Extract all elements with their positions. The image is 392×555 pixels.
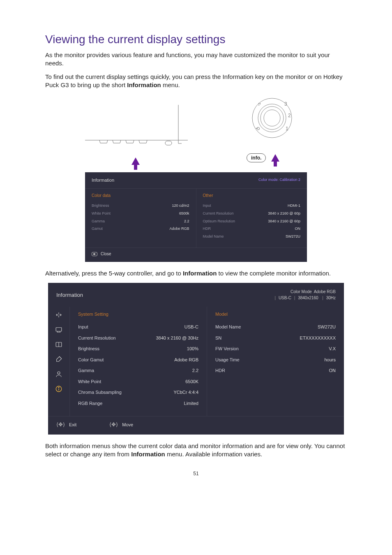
osd1-close-label: Close <box>101 251 111 257</box>
svg-rect-13 <box>56 327 62 331</box>
close-icon <box>92 252 97 256</box>
osd2-row: FW VersionV.X <box>215 343 336 354</box>
svg-text:⠟: ⠟ <box>258 102 261 107</box>
info-key-label: info. <box>247 153 266 162</box>
osd1-row: InputHDMI-1 <box>203 202 301 210</box>
osd1-row: Optisum Resolution3840 x 2160 @ 60p <box>203 217 301 225</box>
osd1-color-mode: Color mode: Calibration 2 <box>258 177 300 183</box>
up-arrow-icon <box>271 154 279 162</box>
osd2-row: White Point6500K <box>78 376 198 387</box>
osd2-exit-label: Exit <box>69 421 76 428</box>
osd1-row: White Point6500k <box>92 210 189 217</box>
osd1-other-heading: Other <box>203 193 301 199</box>
svg-text:1: 1 <box>286 126 288 132</box>
short-information-menu: Information Color mode: Calibration 2 Co… <box>85 172 307 262</box>
hardware-diagram: 3 2 1 ⠟ ⟲ info. <box>45 95 347 165</box>
osd2-move-label: Move <box>122 421 133 428</box>
osd2-row: InputUSB-C <box>78 321 198 333</box>
page-heading: Viewing the current display settings <box>45 33 347 46</box>
intro-paragraph-2: To find out the current display settings… <box>45 73 347 90</box>
osd2-row: Model NameSW272U <box>215 321 336 333</box>
svg-point-5 <box>258 104 286 132</box>
osd2-row: Color GamutAdobe RGB <box>78 354 198 365</box>
osd2-row: Brightness100% <box>78 343 198 354</box>
osd2-icon-column <box>48 307 69 416</box>
osd2-row: Gamma2.2 <box>78 365 198 376</box>
svg-point-7 <box>264 110 280 126</box>
display-icon <box>55 326 63 334</box>
svg-text:3: 3 <box>284 101 287 107</box>
info-icon <box>55 385 63 393</box>
osd1-title: Information <box>92 177 114 183</box>
full-information-menu: Information Color Mode Adobe RGB | USB-C… <box>48 283 344 435</box>
closing-paragraph: Both information menus show the current … <box>45 442 347 459</box>
paragraph-alternative: Alternatively, press the 5-way controlle… <box>45 269 347 278</box>
osd2-row: Current Resolution3840 x 2160 @ 30Hz <box>78 333 198 344</box>
osd2-row: Chroma SubsamplingYCbCr 4:4:4 <box>78 387 198 398</box>
osd2-row: RGB RangeLimited <box>78 398 198 409</box>
intro-paragraph-1: As the monitor provides various feature … <box>45 51 347 68</box>
osd2-title: Information <box>56 291 83 299</box>
osd2-status: Color Mode Adobe RGB | USB-C | 3840x2160… <box>273 289 336 301</box>
monitor-bottom-illustration <box>83 103 190 153</box>
svg-point-16 <box>58 372 60 374</box>
osd2-row: HDRON <box>215 365 336 376</box>
svg-rect-1 <box>165 141 172 145</box>
svg-text:2: 2 <box>288 113 291 118</box>
svg-point-19 <box>58 387 59 388</box>
osd2-system-setting-heading: System Setting <box>78 311 198 318</box>
user-icon <box>55 370 63 378</box>
hotkey-puck-illustration: 3 2 1 ⠟ ⟲ <box>247 95 297 144</box>
input-icon <box>55 311 63 319</box>
svg-text:⟲: ⟲ <box>256 126 260 132</box>
osd1-row: HDRON <box>203 225 301 233</box>
layout-icon <box>55 340 63 349</box>
joystick-icon: ⟨✥⟩ <box>56 421 65 429</box>
osd1-row: Model NameSW272U <box>203 233 301 240</box>
osd1-row: Gamma2.2 <box>92 217 189 225</box>
osd1-row: Current Resolution3840 x 2160 @ 60p <box>203 210 301 217</box>
osd1-color-data-heading: Color data <box>92 193 189 199</box>
osd1-row: Brightness120 cd/m2 <box>92 202 189 210</box>
osd2-model-heading: Model <box>215 311 336 318</box>
joystick-icon: ⟨✥⟩ <box>109 421 118 429</box>
osd2-row: Usage Timehours <box>215 354 336 365</box>
color-icon <box>55 355 63 363</box>
osd2-row: SNETXXXXXXXXXX <box>215 333 336 344</box>
osd1-row: GamutAdobe RGB <box>92 225 189 233</box>
page-number: 51 <box>45 471 347 476</box>
up-arrow-icon <box>131 157 140 165</box>
